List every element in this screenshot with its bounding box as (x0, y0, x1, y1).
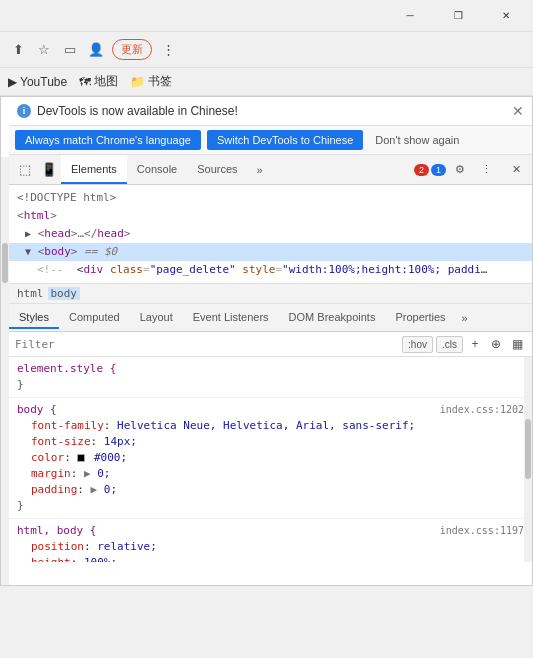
css-rule-html-body-1197: html, body { index.css:1197 position: re… (9, 519, 532, 562)
devtools-panel: i DevTools is now available in Chinese! … (0, 96, 533, 586)
more-styles-tabs-icon[interactable]: » (456, 308, 474, 328)
dom-line-head[interactable]: ▶ <head>…</head> (9, 225, 532, 243)
maps-icon: 🗺 (79, 75, 91, 89)
close-button[interactable]: ✕ (483, 0, 529, 32)
bookmarks-bar: ▶ YouTube 🗺 地图 📁 书签 (0, 68, 533, 96)
css-selector-html-body-1197[interactable]: html, body { index.css:1197 (17, 523, 524, 539)
devtools-more-icon[interactable]: ⋮ (474, 158, 498, 182)
youtube-icon: ▶ (8, 75, 17, 89)
bookmark-bookmarks[interactable]: 📁 书签 (130, 73, 172, 90)
dom-line-comment[interactable]: <!-- <div class="page_delete" style="wid… (9, 261, 499, 279)
tab-layout[interactable]: Layout (130, 307, 183, 329)
element-state-icon[interactable]: ⊕ (487, 335, 505, 353)
dom-line-doctype[interactable]: <!DOCTYPE html> (9, 189, 532, 207)
tab-computed[interactable]: Computed (59, 307, 130, 329)
tab-console[interactable]: Console (127, 155, 187, 184)
tab-event-listeners[interactable]: Event Listeners (183, 307, 279, 329)
cls-filter-button[interactable]: .cls (436, 336, 463, 353)
html-open-tag: < (17, 209, 24, 222)
settings-icon[interactable]: ⚙ (448, 158, 472, 182)
notification-bar: i DevTools is now available in Chinese! … (9, 97, 532, 126)
info-icon: i (17, 104, 31, 118)
expand-head-icon[interactable]: ▶ (25, 228, 31, 239)
expand-margin-icon[interactable]: ▶ (84, 467, 91, 480)
add-style-rule-icon[interactable]: + (466, 335, 484, 353)
more-tabs-icon[interactable]: » (248, 158, 272, 182)
share-icon[interactable]: ⬆ (8, 40, 28, 60)
css-selector-element-style[interactable]: element.style { (17, 361, 524, 377)
hov-filter-button[interactable]: :hov (402, 336, 433, 353)
update-button[interactable]: 更新 (112, 39, 152, 60)
expand-body-icon[interactable]: ▼ (25, 246, 31, 257)
css-prop-padding[interactable]: padding: ▶ 0; (17, 482, 524, 498)
device-toolbar-icon[interactable]: 📱 (37, 158, 61, 182)
css-rule-body-1202: body { index.css:1202 font-family: Helve… (9, 398, 532, 519)
folder-icon: 📁 (130, 75, 145, 89)
bookmark-youtube[interactable]: ▶ YouTube (8, 75, 67, 89)
titlebar-controls: ─ ❐ ✕ (387, 0, 529, 32)
close-notification-button[interactable]: ✕ (512, 103, 524, 119)
more-menu-button[interactable]: ⋮ (158, 40, 179, 59)
css-prop-font-family[interactable]: font-family: Helvetica Neue, Helvetica, … (17, 418, 524, 434)
scrollbar-thumb (525, 419, 531, 479)
layout-icon[interactable]: ▦ (508, 335, 526, 353)
doctype-text: <!DOCTYPE html> (17, 191, 116, 204)
header-action-icons: 2 1 ⚙ ⋮ ✕ (414, 158, 528, 182)
account-icon[interactable]: 👤 (86, 40, 106, 60)
expand-padding-icon[interactable]: ▶ (91, 483, 98, 496)
css-prop-font-size[interactable]: font-size: 14px; (17, 434, 524, 450)
always-match-language-button[interactable]: Always match Chrome's language (15, 130, 201, 150)
color-swatch-black (77, 454, 85, 462)
css-source-html-body-1197[interactable]: index.css:1197 (440, 523, 524, 539)
breadcrumb-bar: html body (9, 284, 532, 304)
switch-to-chinese-button[interactable]: Switch DevTools to Chinese (207, 130, 363, 150)
close-devtools-button[interactable]: ✕ (504, 158, 528, 182)
tab-properties[interactable]: Properties (385, 307, 455, 329)
dom-line-html[interactable]: <html> (9, 207, 532, 225)
bookmark-label: 地图 (94, 73, 118, 90)
phone-icon[interactable]: ▭ (60, 40, 80, 60)
dollar-sign-label: == $0 (84, 245, 117, 258)
minimize-button[interactable]: ─ (387, 0, 433, 32)
left-scrollbar-thumb (2, 243, 8, 283)
tab-sources[interactable]: Sources (187, 155, 247, 184)
bookmark-label: 书签 (148, 73, 172, 90)
css-prop-position[interactable]: position: relative; (17, 539, 524, 555)
breadcrumb-body[interactable]: body (48, 287, 81, 300)
message-badge: 1 (431, 164, 446, 176)
styles-tabs: Styles Computed Layout Event Listeners D… (9, 304, 532, 332)
css-prop-height[interactable]: height: 100%; (17, 555, 524, 562)
dom-tree: <!DOCTYPE html> <html> ▶ <head>…</head> … (9, 185, 532, 284)
css-prop-margin[interactable]: margin: ▶ 0; (17, 466, 524, 482)
breadcrumb-html[interactable]: html (17, 287, 44, 300)
right-scrollbar[interactable] (524, 357, 532, 562)
language-bar: Always match Chrome's language Switch De… (9, 126, 532, 155)
tab-dom-breakpoints[interactable]: DOM Breakpoints (279, 307, 386, 329)
tab-styles[interactable]: Styles (9, 307, 59, 329)
error-badge: 2 (414, 164, 429, 176)
css-rules-panel: element.style { } body { index.css:1202 … (9, 357, 532, 562)
css-selector-body-1202[interactable]: body { index.css:1202 (17, 402, 524, 418)
notification-content: i DevTools is now available in Chinese! (17, 104, 238, 118)
tab-elements[interactable]: Elements (61, 155, 127, 184)
css-source-body-1202[interactable]: index.css:1202 (440, 402, 524, 418)
css-prop-color[interactable]: color: #000; (17, 450, 524, 466)
dont-show-again-button[interactable]: Don't show again (369, 130, 465, 150)
browser-toolbar: ⬆ ☆ ▭ 👤 更新 ⋮ (0, 32, 533, 68)
left-scrollbar[interactable] (1, 157, 9, 585)
dom-line-body[interactable]: ▼ <body> == $0 (9, 243, 532, 261)
restore-button[interactable]: ❐ (435, 0, 481, 32)
notification-text: DevTools is now available in Chinese! (37, 104, 238, 118)
bookmark-maps[interactable]: 🗺 地图 (79, 73, 118, 90)
star-icon[interactable]: ☆ (34, 40, 54, 60)
filter-actions: :hov .cls + ⊕ ▦ (402, 335, 526, 353)
filter-input[interactable] (15, 338, 398, 351)
browser-titlebar: ─ ❐ ✕ (0, 0, 533, 32)
css-close-brace-element-style: } (17, 377, 524, 393)
bookmark-label: YouTube (20, 75, 67, 89)
filter-bar: :hov .cls + ⊕ ▦ (9, 332, 532, 357)
devtools-header: ⬚ 📱 Elements Console Sources » 2 1 ⚙ ⋮ ✕ (9, 155, 532, 185)
css-close-brace-body-1202: } (17, 498, 524, 514)
inspect-element-icon[interactable]: ⬚ (13, 158, 37, 182)
css-rule-element-style: element.style { } (9, 357, 532, 398)
